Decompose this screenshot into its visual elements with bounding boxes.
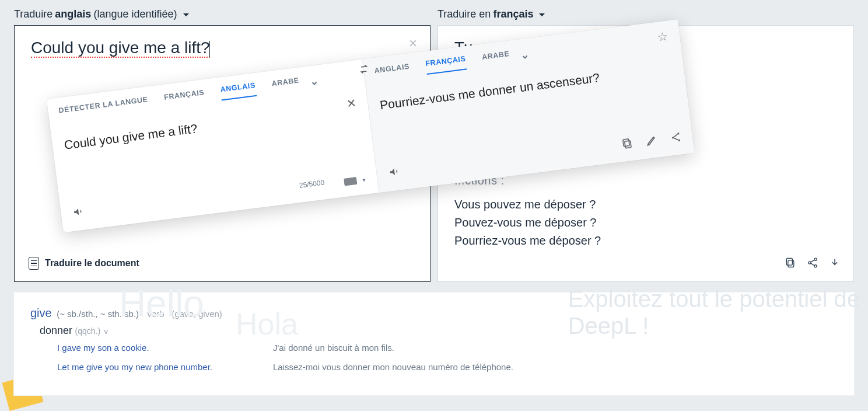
chevron-down-icon[interactable]: ⌄ [309,74,320,88]
decorative-blob [2,374,44,411]
copy-icon[interactable] [621,137,634,152]
alternative-item[interactable]: Pourriez-vous me déposer ? [454,234,837,248]
dict-examples: I gave my son a cookie. J'ai donné un bi… [57,343,838,372]
text-caret [209,41,210,57]
alternatives-header: ...ctions : [454,174,837,187]
translate-document-label: Traduire le document [45,258,139,269]
alternative-item[interactable]: Vous pouvez me déposer ? [454,198,837,211]
example-en[interactable]: I gave my son a cookie. [57,343,267,353]
share-icon[interactable] [670,131,683,146]
dict-grammar: (~ sb./sth., ~ sth. sb.) [57,309,139,319]
example-fr: J'ai donné un biscuit à mon fils. [273,343,838,353]
svg-rect-6 [625,141,631,148]
svg-point-9 [672,137,674,139]
document-icon [29,257,39,270]
chevron-down-icon [536,8,545,20]
dict-sense-grammar: (qqch.) [75,326,101,336]
target-header-lang: français [493,8,533,20]
svg-point-10 [678,140,681,142]
dict-sense-word[interactable]: donner [40,325,72,336]
target-language-selector[interactable]: Traduire en français [438,0,854,25]
example-fr: Laissez-moi vous donner mon nouveau numé… [273,362,838,372]
swap-languages-button[interactable] [356,62,372,78]
speaker-icon[interactable] [72,206,85,221]
svg-point-8 [677,133,680,135]
gt-keyboard-button[interactable]: ▾ [343,176,365,187]
alternative-item[interactable]: Pouvez-vous me déposer ? [454,216,837,229]
dropdown-caret-icon: ▾ [362,176,365,183]
svg-rect-5 [344,177,357,186]
edit-icon[interactable] [645,134,659,149]
speaker-icon[interactable] [388,165,401,180]
chevron-down-icon[interactable]: ⌄ [519,48,530,62]
source-language-selector[interactable]: Traduire anglais (langue identifiée) [14,0,430,25]
dict-headword[interactable]: give [30,306,52,319]
gt-clear-button[interactable]: ✕ [346,96,358,111]
dict-forms: (gave, given) [172,309,222,319]
source-header-lang: anglais [55,8,91,20]
target-actions [785,257,841,271]
target-header-prefix: Traduire en [438,8,491,20]
dict-pos: verb [148,309,164,319]
dict-sense-pos: v [104,327,108,336]
alternatives-list: Vous pouvez me déposer ? Pouvez-vous me … [454,198,837,248]
svg-rect-7 [623,139,629,147]
example-en[interactable]: Let me give you my new phone number. [57,362,267,372]
translate-document-button[interactable]: Traduire le document [29,257,139,270]
source-header-suffix: (langue identifiée) [93,8,177,20]
svg-rect-1 [786,259,792,266]
svg-rect-0 [788,260,794,267]
chevron-down-icon [180,8,189,20]
source-header-prefix: Traduire [14,8,52,20]
download-icon[interactable] [829,257,841,271]
gt-char-counter: 25/5000 [299,179,325,190]
star-icon[interactable]: ☆ [656,29,668,44]
copy-icon[interactable] [785,257,796,271]
share-icon[interactable] [807,257,818,271]
dictionary-panel: Hello Hola Exploitez tout le potentiel d… [14,292,854,395]
clear-source-button[interactable]: × [409,36,417,50]
source-text-input[interactable]: Could you give me a lift? [31,39,210,58]
